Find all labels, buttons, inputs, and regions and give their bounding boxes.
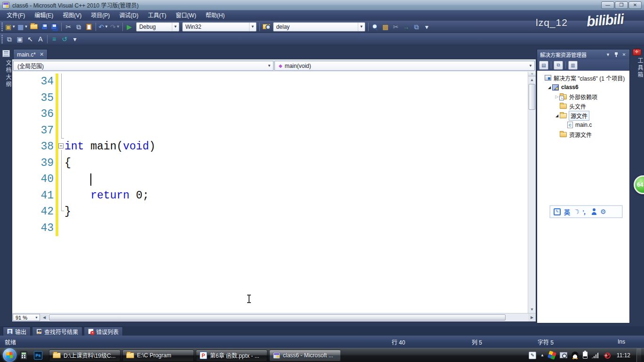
tree-item-c-file[interactable]: Cmain.c <box>537 120 629 130</box>
minimize-button[interactable]: — <box>601 1 614 9</box>
chevron-down-icon[interactable]: ▼ <box>24 25 28 29</box>
chevron-down-icon[interactable]: ▼ <box>172 23 179 31</box>
taskbar-button-4[interactable]: class6 - Microsoft ... <box>269 350 341 361</box>
tree-expanded-icon[interactable]: ◢ <box>547 85 552 90</box>
close-button[interactable]: ✕ <box>628 1 642 9</box>
chevron-down-icon[interactable]: ▼ <box>266 61 273 70</box>
copy-icon[interactable]: ⧉ <box>73 22 84 32</box>
tree-expanded-icon[interactable]: ◢ <box>554 114 560 118</box>
code-line-41[interactable]: 41 return 0; <box>12 188 528 204</box>
photoshop-icon[interactable]: Ps <box>34 351 42 360</box>
vertical-scrollbar-thumb[interactable] <box>529 84 535 110</box>
ime-user-icon[interactable] <box>591 208 597 215</box>
menu-item-7[interactable]: 窗口(W) <box>171 10 201 21</box>
run-icon[interactable]: ▶ <box>124 22 135 32</box>
horizontal-scrollbar[interactable] <box>48 313 528 321</box>
chevron-down-icon[interactable]: ▼ <box>527 61 534 70</box>
comment-lines-icon[interactable]: ≡ <box>49 34 59 44</box>
window-properties-icon[interactable]: ▩ <box>380 22 391 32</box>
menu-item-2[interactable]: 编辑(E) <box>30 10 58 21</box>
calculator-icon[interactable] <box>20 351 27 360</box>
solution-explorer-header[interactable]: 解决方案资源管理器 ▼ ✕ <box>537 49 629 59</box>
chevron-down-icon[interactable]: ▼ <box>116 25 120 29</box>
code-line-37[interactable]: 37 <box>12 123 528 139</box>
document-tab-main-c[interactable]: main.c* ✕ <box>13 49 48 59</box>
find-combo[interactable]: delay ▼ <box>273 22 365 32</box>
font-settings-icon[interactable]: A <box>35 34 46 44</box>
vertical-scrollbar[interactable]: ≡ ▲ ▼ <box>528 72 536 313</box>
tray-app-icon[interactable] <box>547 351 556 360</box>
tree-item-solution[interactable]: 解决方案 "class6" (1 个项目) <box>537 73 629 82</box>
code-line-36[interactable]: 36 <box>12 106 528 123</box>
ime-gear-icon[interactable]: ⚙ <box>600 208 606 215</box>
tray-volume-muted-icon[interactable] <box>603 352 611 359</box>
add-item-icon[interactable]: ▦▼ <box>16 22 29 32</box>
solution-configuration-combo[interactable]: Debug ▼ <box>136 22 179 32</box>
chevron-down-icon[interactable]: ▼ <box>358 23 365 31</box>
panel-tab-3[interactable]: 错误列表 <box>84 327 123 336</box>
tree-item-folder-open[interactable]: ◢源文件 <box>537 111 629 120</box>
chevron-down-icon[interactable]: ▼ <box>12 25 16 29</box>
taskbar-button-1[interactable]: D:\上课资料\19级C... <box>49 350 121 361</box>
options-icon[interactable]: ✂ <box>391 22 401 32</box>
scroll-left-icon[interactable]: ◀ <box>40 313 48 321</box>
toolbar-grip[interactable] <box>1 35 3 43</box>
scroll-right-icon[interactable]: ▶ <box>528 313 536 321</box>
document-outline-strip[interactable]: 文档大纲 <box>0 45 12 326</box>
properties-window-icon[interactable]: ▥ <box>568 61 578 70</box>
tray-ime-icon[interactable] <box>529 352 536 359</box>
tree-item-project[interactable]: ◢class6 <box>537 82 629 92</box>
undo-icon[interactable]: ↶▼ <box>97 22 109 32</box>
redo-icon[interactable]: ↷▼ <box>109 22 121 32</box>
code-line-40[interactable]: 40 <box>12 171 528 188</box>
chevron-down-icon[interactable]: ▼ <box>249 23 256 31</box>
save-all-icon[interactable] <box>49 22 60 32</box>
taskbar-clock[interactable]: 11:12 <box>617 352 630 359</box>
menu-item-8[interactable]: 帮助(H) <box>201 10 230 21</box>
code-line-39[interactable]: 39{ <box>12 155 528 172</box>
properties-icon[interactable]: ▤ <box>539 61 548 70</box>
open-file-icon[interactable] <box>29 22 39 32</box>
pin-icon[interactable] <box>612 51 620 58</box>
code-line-35[interactable]: 35 <box>12 90 528 107</box>
code-line-34[interactable]: 34 <box>12 74 528 90</box>
paste-icon[interactable] <box>84 22 94 32</box>
maximize-button[interactable]: ❐ <box>615 1 628 9</box>
menu-item-1[interactable]: 文件(F) <box>2 10 30 21</box>
panel-close-icon[interactable]: ✕ <box>620 51 628 58</box>
ime-language-label[interactable]: 英 <box>564 207 570 216</box>
view-code-icon[interactable]: ▣ <box>15 34 25 44</box>
panel-menu-chevron-icon[interactable]: ▼ <box>604 51 612 58</box>
tray-hidden-icons-arrow[interactable]: ▲ <box>540 353 544 357</box>
scrollbar-splitter-handle[interactable]: ≡ <box>528 72 536 76</box>
tree-item-folder[interactable]: 资源文件 <box>537 130 629 139</box>
taskbar-button-2[interactable]: E:\C Program <box>122 350 194 361</box>
code-editor[interactable]: 3435363738int main(void)39{40 41 return … <box>12 72 536 313</box>
tree-item-folder-ref[interactable]: ▷外部依赖项 <box>537 92 629 101</box>
chevron-down-icon[interactable]: ▼ <box>105 25 108 29</box>
panel-tab-2[interactable]: 查找符号结果 <box>32 327 82 336</box>
menu-item-5[interactable]: 调试(D) <box>114 10 143 21</box>
code-line-43[interactable]: 43 <box>12 220 528 237</box>
ime-punctuation-icon[interactable]: ’， <box>583 208 588 216</box>
horizontal-scrollbar-thumb[interactable] <box>49 314 506 321</box>
code-line-42[interactable]: 42} <box>12 204 528 220</box>
member-combo[interactable]: ◆main(void) ▼ <box>274 61 535 71</box>
save-icon[interactable] <box>39 22 49 32</box>
taskbar-button-3[interactable]: P第6章 函数.pptx - ... <box>196 350 267 361</box>
show-all-files-icon[interactable]: ⧉ <box>554 61 563 70</box>
tray-battery-icon[interactable] <box>583 352 588 359</box>
select-pointer-icon[interactable]: ↖ <box>25 34 35 44</box>
menu-item-6[interactable]: 工具(T) <box>143 10 171 21</box>
go-icon[interactable]: → <box>401 22 411 32</box>
ime-keyboard-icon[interactable]: ✎ <box>554 208 561 215</box>
toolbar-overflow-icon[interactable]: ▾ <box>422 22 432 32</box>
tray-network-signal-icon[interactable] <box>592 352 599 358</box>
cut-icon[interactable]: ✂ <box>63 22 73 32</box>
solution-platform-combo[interactable]: Win32 ▼ <box>182 22 257 32</box>
toolbar2-overflow-icon[interactable]: ▾ <box>70 34 80 44</box>
ime-moon-icon[interactable]: ☽ <box>572 207 580 216</box>
fold-collapse-icon[interactable] <box>58 143 64 148</box>
find-in-files-icon[interactable] <box>261 22 272 32</box>
zoom-combo[interactable]: 91 % ▼ <box>13 314 40 321</box>
